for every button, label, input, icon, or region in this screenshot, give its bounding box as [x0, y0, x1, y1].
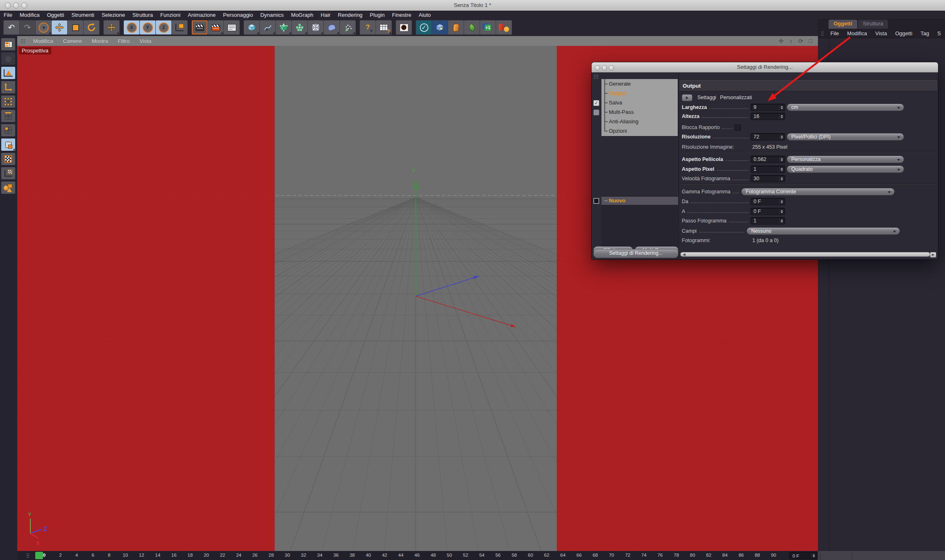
render-region-icon[interactable] [208, 20, 223, 34]
timeline-tick[interactable]: 18 [187, 553, 193, 558]
menu-modifica[interactable]: Modifica [16, 12, 43, 18]
timeline-tick[interactable]: 64 [560, 553, 566, 558]
add-modeling-object-icon[interactable] [292, 20, 307, 34]
menu-finestre[interactable]: Finestre [388, 12, 415, 18]
blocca-rapporto-checkbox[interactable] [735, 125, 741, 131]
timeline-tick[interactable]: 32 [301, 553, 306, 558]
viewport-menu-modifica[interactable]: Modifica [28, 38, 58, 44]
timeline-tick[interactable]: 62 [544, 553, 549, 558]
plugin-shapes-icon[interactable] [496, 20, 512, 34]
window-titlebar[interactable]: Senza Titolo 1 * [0, 0, 945, 11]
timeline-tick[interactable]: 68 [593, 553, 598, 558]
tab-oggetti[interactable]: Oggetti [829, 20, 857, 29]
object-tool-icon[interactable] [1, 181, 15, 194]
menu-hair[interactable]: Hair [317, 12, 334, 18]
timeline-tick[interactable]: 12 [139, 553, 144, 558]
tree-item-salva[interactable]: Salva [601, 98, 678, 107]
risoluzione-input[interactable]: 72 [751, 133, 785, 141]
timeline-tick[interactable]: 46 [414, 553, 420, 558]
add-spline-icon[interactable] [260, 20, 276, 34]
point-mode-icon[interactable] [1, 95, 15, 108]
velocita-input[interactable]: 30 [751, 175, 785, 182]
add-deformer-icon[interactable] [308, 20, 323, 34]
timeline-tick[interactable]: 60 [528, 553, 533, 558]
viewport-menu-grip[interactable] [20, 39, 26, 43]
timeline-tick[interactable]: 86 [738, 553, 744, 558]
menu-dynamics[interactable]: Dynamics [257, 12, 287, 18]
timeline-tick[interactable]: 16 [171, 553, 177, 558]
move-tool-icon[interactable] [52, 20, 67, 34]
layout-mode-icon[interactable] [1, 38, 15, 50]
timeline-tick[interactable]: 84 [722, 553, 728, 558]
render-settings-button[interactable]: Settaggi di Rendering... [593, 249, 679, 258]
lock-y-axis-icon[interactable]: Y [140, 20, 155, 34]
timeline-tick[interactable]: 36 [333, 553, 339, 558]
menu-animazione[interactable]: Animazione [184, 12, 219, 18]
om-menu-tag[interactable]: Tag [916, 30, 933, 36]
timeline-tick[interactable]: 30 [285, 553, 290, 558]
model-mode-icon[interactable] [1, 67, 15, 79]
content-browser-globe-icon[interactable] [396, 20, 412, 34]
add-particles-icon[interactable] [340, 20, 355, 34]
frame-field[interactable]: 0 F [789, 552, 817, 559]
timeline-tick[interactable]: 40 [366, 553, 371, 558]
timeline-tick[interactable]: 72 [625, 553, 631, 558]
larghezza-input[interactable]: 9 [751, 104, 785, 111]
timeline-tick[interactable]: 34 [317, 553, 323, 558]
aspetto-pellicola-input[interactable]: 0.562 [751, 156, 785, 163]
viewport-menu-filtro[interactable]: Filtro [113, 38, 134, 44]
menu-funzioni[interactable]: Funzioni [157, 12, 184, 18]
timeline-grip[interactable] [26, 553, 30, 558]
menu-plugin[interactable]: Plugin [366, 12, 388, 18]
gamma-fotogramma-dropdown[interactable]: Fotogramma Corrente [741, 188, 895, 195]
add-nurbs-icon[interactable] [276, 20, 291, 34]
tree-item-multipass[interactable]: Multi-Pass [601, 107, 678, 117]
da-input[interactable]: 0 F [751, 198, 785, 205]
lock-z-axis-icon[interactable]: Z [156, 20, 171, 34]
help-tool-icon[interactable]: ?➤ [360, 20, 376, 34]
xpresso-table-icon[interactable]: ? [376, 20, 392, 34]
timeline-tick[interactable]: 28 [269, 553, 274, 558]
menu-mograph[interactable]: MoGraph [287, 12, 317, 18]
timeline-tick[interactable]: 52 [463, 553, 468, 558]
plugin-cloth-icon[interactable] [448, 20, 464, 34]
menu-strumenti[interactable]: Strumenti [68, 12, 98, 18]
campi-dropdown[interactable]: Nessuno [747, 227, 900, 235]
timeline-tick[interactable]: 10 [123, 553, 128, 558]
om-menu-modifica[interactable]: Modifica [843, 30, 871, 36]
tree-item-opzioni[interactable]: Opzioni [601, 126, 678, 136]
timeline-tick[interactable]: 54 [479, 553, 485, 558]
plugin-light-setup-icon[interactable] [432, 20, 448, 34]
preset-item-nuovo[interactable]: Nuovo [601, 197, 678, 205]
add-primitive-cube-icon[interactable] [244, 20, 260, 34]
texture-icon[interactable] [1, 153, 15, 165]
last-tool-move-icon[interactable] [104, 20, 119, 34]
altezza-input[interactable]: 16 [751, 113, 785, 120]
expand-presets-icon[interactable] [682, 94, 692, 101]
render-settings-icon[interactable] [224, 20, 239, 34]
timeline-tick[interactable]: 70 [609, 553, 614, 558]
coordinate-system-icon[interactable] [172, 20, 187, 34]
aspetto-pellicola-dropdown[interactable]: Personalizza [787, 156, 904, 163]
make-editable-icon[interactable]: ◍ [1, 52, 15, 65]
object-axis-mode-icon[interactable] [1, 81, 15, 93]
add-environment-icon[interactable] [324, 20, 339, 34]
render-view-icon[interactable] [192, 20, 207, 34]
a-input[interactable]: 0 F [751, 208, 785, 215]
scale-tool-icon[interactable] [68, 20, 83, 34]
tree-item-output[interactable]: Output [601, 88, 678, 98]
om-menu-file[interactable]: File [826, 30, 843, 36]
plugin-vray-icon[interactable]: ✓ [416, 20, 432, 34]
timeline-tick[interactable]: 4 [75, 553, 78, 558]
polygon-mode-icon[interactable] [1, 124, 15, 136]
timeline-tick[interactable]: 50 [447, 553, 452, 558]
timeline-tick[interactable]: 78 [674, 553, 679, 558]
menu-rendering[interactable]: Rendering [334, 12, 366, 18]
timeline-tick[interactable]: 74 [641, 553, 647, 558]
edge-mode-icon[interactable] [1, 110, 15, 122]
timeline-tick[interactable]: 56 [495, 553, 501, 558]
maximize-view-icon[interactable]: □ [807, 38, 814, 44]
menu-struttura[interactable]: Struttura [129, 12, 157, 18]
preset-list[interactable]: Nuovo [601, 196, 678, 247]
timeline-tick[interactable]: 90 [771, 553, 776, 558]
